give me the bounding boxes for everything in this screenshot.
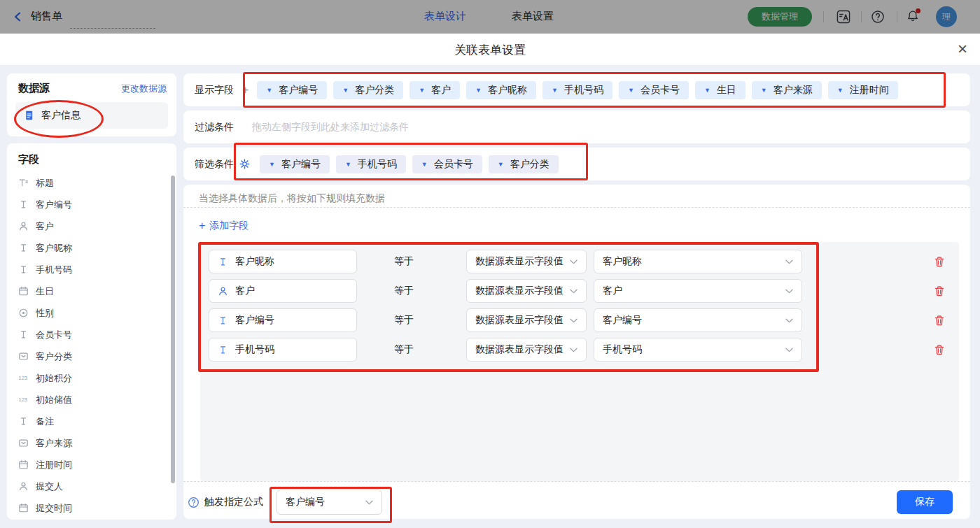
tab-form-settings[interactable]: 表单设置 [512,10,554,23]
field-item[interactable]: 标题 [7,172,176,194]
source-field-select[interactable]: 客户编号 [594,308,802,332]
tag-label: 客户编号 [281,158,321,171]
field-item[interactable]: 提交时间 [7,497,176,519]
trigger-formula-select[interactable]: 客户编号 [276,490,382,515]
trigger-formula-label: 触发指定公式 [204,496,263,508]
datasource-item-label: 客户信息 [41,109,80,122]
text-icon [18,243,29,253]
help-icon[interactable] [871,10,885,24]
change-datasource-link[interactable]: 更改数据源 [121,83,167,95]
fill-rule-row: 客户昵称 等于 数据源表显示字段值 客户昵称 [200,250,959,273]
field-tag[interactable]: ▼客户分类 [333,81,403,99]
field-tag[interactable]: ▼会员卡号 [412,155,482,173]
field-tag[interactable]: ▼客户编号 [260,155,330,173]
source-type-select[interactable]: 数据源表显示字段值 [466,279,587,303]
form-name-underline [70,28,155,29]
field-label: 客户 [36,220,54,233]
field-label: 标题 [36,177,54,190]
tag-label: 注册时间 [850,84,889,97]
field-item[interactable]: 提交人 [7,476,176,497]
source-field-select[interactable]: 客户昵称 [594,250,802,273]
field-item[interactable]: 客户 [7,215,176,237]
field-label: 注册时间 [36,459,72,471]
source-field-select[interactable]: 客户 [594,279,802,303]
text-icon [18,329,29,340]
source-type-select[interactable]: 数据源表显示字段值 [466,338,587,362]
field-item[interactable]: 客户分类 [7,345,176,367]
field-tag[interactable]: ▼生日 [695,81,746,99]
delete-icon[interactable] [934,285,945,297]
field-tag[interactable]: ▼客户分类 [489,155,559,173]
field-item[interactable]: 注册时间 [7,454,176,476]
field-label: 初始积分 [36,372,72,385]
fill-rule-row: 客户 等于 数据源表显示字段值 客户 [200,279,959,303]
field-item[interactable]: 生日 [7,280,176,302]
text-icon [218,345,228,355]
field-item[interactable]: 会员卡号 [7,324,176,345]
field-item[interactable]: 备注 [7,411,176,432]
field-tag[interactable]: ▼客户 [410,81,460,99]
field-tag[interactable]: ▼手机号码 [542,81,612,99]
caret-down-icon: ▼ [419,87,425,94]
delete-icon[interactable] [934,256,945,267]
svg-text:123: 123 [18,375,27,381]
field-item[interactable]: 123初始积分 [7,367,176,389]
datasource-title: 数据源 [18,82,50,95]
notification-dot [916,8,920,13]
dialog-header: 关联表单设置 × [0,34,980,66]
delete-icon[interactable] [934,344,945,355]
delete-icon[interactable] [934,315,945,326]
plus-icon: + [199,220,205,232]
field-item[interactable]: 客户昵称 [7,237,176,259]
tag-label: 客户分类 [355,84,394,97]
screening-tags: ▼客户编号 ▼手机号码 ▼会员卡号 ▼客户分类 [260,155,559,173]
field-item[interactable]: 性别 [7,302,176,324]
back-icon[interactable] [13,11,22,22]
chevron-down-icon [570,348,578,352]
field-label: 客户分类 [36,350,72,363]
save-button[interactable]: 保存 [897,490,953,514]
chevron-down-icon [785,289,793,294]
field-item[interactable]: 123初始储值 [7,389,176,411]
data-manage-button[interactable]: 数据管理 [748,7,812,27]
close-icon[interactable]: × [958,38,967,59]
field-tag[interactable]: ▼会员卡号 [619,81,689,99]
field-tag[interactable]: ▼客户昵称 [466,81,536,99]
target-field-box[interactable]: 客户编号 [209,308,357,332]
screening-row: 筛选条件 ▼客户编号 ▼手机号码 ▼会员卡号 ▼客户分类 [183,148,970,180]
scrollbar-thumb[interactable] [171,176,175,483]
question-circle-icon[interactable] [188,497,200,508]
operator-label: 等于 [394,343,414,356]
source-field-select[interactable]: 手机号码 [594,338,802,362]
target-field-box[interactable]: 手机号码 [209,338,357,362]
field-label: 客户编号 [235,314,274,327]
tag-label: 生日 [717,84,736,97]
source-type-select[interactable]: 数据源表显示字段值 [466,250,587,273]
add-display-field-icon[interactable]: + [242,84,248,97]
target-field-box[interactable]: 客户 [209,279,357,303]
add-field-button[interactable]: + 添加字段 [199,220,248,232]
chevron-down-icon [570,318,578,323]
field-item[interactable]: 客户来源 [7,432,176,454]
tab-form-design[interactable]: 表单设计 [424,10,466,23]
field-tag[interactable]: ▼客户来源 [752,81,822,99]
field-tag[interactable]: ▼手机号码 [336,155,406,173]
field-item[interactable]: 客户编号 [7,194,176,215]
field-item[interactable]: 手机号码 [7,259,176,280]
person-icon [218,286,228,297]
field-label: 手机号码 [235,343,274,356]
document-icon [24,110,35,121]
field-tag[interactable]: ▼注册时间 [828,81,898,99]
user-avatar[interactable]: 理 [936,6,957,27]
field-label: 备注 [36,415,54,428]
language-icon[interactable] [836,9,851,24]
display-fields-tags: ▼客户编号 ▼客户分类 ▼客户 ▼客户昵称 ▼手机号码 ▼会员卡号 ▼生日 ▼客… [257,81,897,99]
gear-icon[interactable] [239,159,250,169]
field-label: 客户昵称 [235,255,274,268]
fields-panel: 字段 标题 客户编号 客户 客户昵称 手机号码 生日 性别 会员卡号 客户分类 … [7,143,176,520]
source-type-select[interactable]: 数据源表显示字段值 [466,308,587,332]
datasource-item[interactable]: 客户信息 [15,102,168,129]
filter-placeholder[interactable]: 拖动左侧字段到此处来添加过滤条件 [252,121,409,134]
field-tag[interactable]: ▼客户编号 [257,81,327,99]
target-field-box[interactable]: 客户昵称 [209,250,357,273]
